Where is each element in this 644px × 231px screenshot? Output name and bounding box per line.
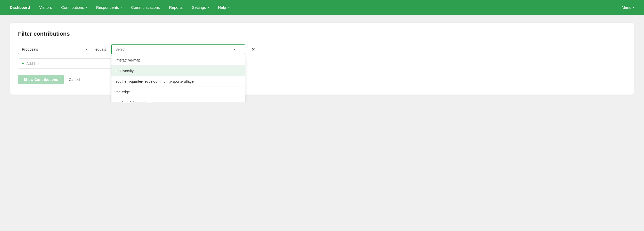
nav-dashboard[interactable]: Dashboard	[5, 0, 35, 15]
value-dropdown-chevron-icon: ▾	[234, 48, 235, 51]
menu-chevron-icon: ▾	[633, 0, 634, 15]
list-item[interactable]: blackpool-illuminations	[111, 97, 245, 102]
contributions-chevron-icon: ▾	[86, 0, 87, 15]
navbar: Dashboard Visitors Contributions ▾ Respo…	[0, 0, 644, 15]
list-item[interactable]: the-edge	[111, 87, 245, 97]
page-title: Filter contributions	[18, 30, 626, 37]
value-placeholder: Select...	[115, 47, 128, 51]
remove-filter-button[interactable]: ✕	[249, 46, 257, 53]
dropdown-list: interactive-map multiversity southern-qu…	[111, 55, 245, 102]
help-chevron-icon: ▾	[227, 0, 229, 15]
show-contributions-button[interactable]: Show Contributions	[18, 75, 64, 84]
value-dropdown-trigger[interactable]: Select... ▾	[111, 44, 245, 54]
value-dropdown-wrap: Select... ▾ interactive-map multiversity…	[111, 44, 245, 54]
plus-icon: +	[22, 61, 24, 66]
nav-contributions[interactable]: Contributions ▾	[56, 0, 91, 15]
respondents-chevron-icon: ▾	[120, 0, 122, 15]
nav-help[interactable]: Help ▾	[214, 0, 234, 15]
nav-communications[interactable]: Communications	[126, 0, 165, 15]
nav-settings[interactable]: Settings ▾	[187, 0, 213, 15]
list-item[interactable]: multiversity	[111, 66, 245, 76]
field-selector[interactable]: Proposals	[18, 45, 90, 54]
add-filter-label: Add filter	[26, 61, 40, 66]
field-selector-wrap: Proposals ▾	[18, 45, 90, 54]
list-item[interactable]: interactive-map	[111, 55, 245, 66]
add-filter-row: + Add filter	[18, 58, 626, 69]
cancel-button[interactable]: Cancel	[69, 78, 80, 82]
filter-card: Filter contributions Proposals ▾ equals …	[10, 23, 634, 95]
page-body: Filter contributions Proposals ▾ equals …	[0, 15, 644, 102]
operator-label: equals	[94, 47, 107, 51]
action-buttons: Show Contributions Cancel	[18, 75, 626, 84]
list-item[interactable]: southern-quarter-revoe-community-sports-…	[111, 76, 245, 87]
nav-menu[interactable]: Menu ▾	[617, 0, 639, 15]
nav-visitors[interactable]: Visitors	[35, 0, 56, 15]
filter-row: Proposals ▾ equals Select... ▾ interacti…	[18, 44, 626, 54]
nav-respondents[interactable]: Respondents ▾	[92, 0, 126, 15]
nav-reports[interactable]: Reports	[165, 0, 188, 15]
settings-chevron-icon: ▾	[208, 0, 209, 15]
